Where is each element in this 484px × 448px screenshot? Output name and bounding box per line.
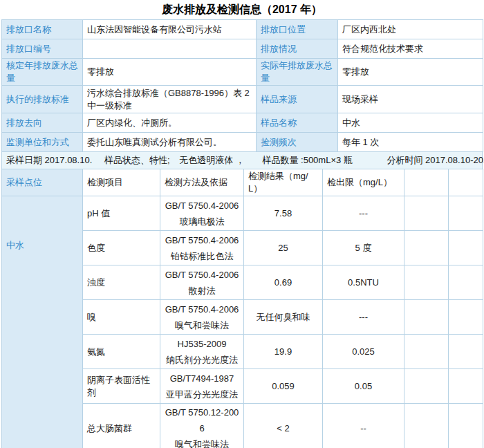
empty-cell — [404, 300, 449, 335]
table-row: 排放口名称 山东法因智能设备有限公司污水站 排放口位置 厂区内西北处 — [2, 20, 483, 39]
result-cell: 25 — [244, 231, 323, 265]
info-label: 排放口编号 — [2, 39, 83, 59]
empty-cell — [449, 196, 483, 231]
method-cell: GB/T 5750.4-2006 散射法 — [160, 265, 244, 300]
limit-cell: --- — [323, 300, 404, 335]
empty-header-cell — [449, 169, 483, 196]
table-row: 核定年排放废水总量 零排放 实际年排放废水总量 零排放 — [2, 59, 483, 86]
empty-cell — [404, 231, 449, 265]
method-cell: GB/T 5750.12-2006 嗅气和尝味法 — [160, 404, 244, 448]
page-title: 废水排放及检测信息（2017 年） — [0, 0, 484, 19]
item-cell: pH 值 — [83, 196, 160, 231]
method-cell: HJ535-2009 纳氏剂分光光度法 — [160, 335, 244, 369]
sampling-point-value: 中水 — [2, 196, 83, 448]
table-row: 排放口编号 排放情况 符合规范化技术要求 — [2, 39, 483, 59]
empty-cell — [404, 369, 449, 404]
info-label: 监测单位和方式 — [2, 133, 83, 152]
result-cell: < 2 — [244, 404, 323, 448]
method-name: 玻璃电极法 — [165, 214, 239, 230]
info-label: 样品来源 — [257, 86, 338, 113]
info-value: 符合规范化技术要求 — [338, 39, 483, 59]
column-header-limit: 检出限（mg/L） — [323, 169, 404, 196]
item-cell: 嗅 — [83, 300, 160, 335]
info-value: 零排放 — [83, 59, 257, 86]
empty-cell — [404, 404, 449, 448]
item-cell: 氨氮 — [83, 335, 160, 369]
empty-cell — [449, 265, 483, 300]
sample-date: 采样日期 2017.08.10. — [6, 153, 92, 168]
method-standard: GB/T 5750.4-2006 — [165, 301, 239, 317]
empty-cell — [449, 369, 483, 404]
sample-summary-band: 采样日期 2017.08.10. 样品状态、特性; 无色透明液体 ， 样品数量 … — [1, 152, 483, 169]
info-value: 污水综合排放标准（GB8878-1996）表 2 中一级标准 — [83, 86, 257, 113]
empty-cell — [404, 265, 449, 300]
method-name: 亚甲蓝分光光度法 — [165, 386, 239, 402]
method-name: 嗅气和尝味法 — [165, 436, 239, 448]
item-cell: 总大肠菌群 — [83, 404, 160, 448]
method-standard: GB/T 5750.4-2006 — [165, 232, 239, 248]
wastewater-report-page: 废水排放及检测信息（2017 年） 排放口名称 山东法因智能设备有限公司污水站 … — [0, 0, 484, 448]
item-cell: 色度 — [83, 231, 160, 265]
method-name: 散射法 — [165, 283, 239, 299]
empty-cell — [449, 404, 483, 448]
info-value: 山东法因智能设备有限公司污水站 — [83, 20, 257, 39]
table-row: 排放去向 厂区内绿化、冲厕所。 样品名称 中水 — [2, 113, 483, 133]
method-standard: GB/T 5750.4-2006 — [165, 198, 239, 214]
method-cell: GB/T 5750.4-2006 铂钴标准比色法 — [160, 231, 244, 265]
column-header-method: 检测方法及依据 — [160, 169, 244, 196]
table-row: 中水 pH 值 GB/T 5750.4-2006 玻璃电极法 7.58 --- — [2, 196, 483, 231]
table-row: 监测单位和方式 委托山东唯真测试分析有限公司。 捡测频次 每年 1 次 — [2, 133, 483, 152]
limit-cell: -- — [323, 404, 404, 448]
info-value: 厂区内西北处 — [338, 20, 483, 39]
method-standard: GB/T7494-1987 — [165, 371, 239, 386]
info-value: 每年 1 次 — [338, 133, 483, 152]
method-name: 嗅气和尝味法 — [165, 317, 239, 333]
info-label: 排放口名称 — [2, 20, 83, 39]
limit-cell: --- — [323, 196, 404, 231]
detection-header-row: 采样点位 检测项目 检测方法及依据 检测结果（mg/L） 检出限（mg/L） — [2, 169, 483, 196]
info-value: 委托山东唯真测试分析有限公司。 — [83, 133, 257, 152]
info-value: 厂区内绿化、冲厕所。 — [83, 113, 257, 133]
info-label: 排放情况 — [257, 39, 338, 59]
info-value: 现场采样 — [338, 86, 483, 113]
discharge-info-table: 排放口名称 山东法因智能设备有限公司污水站 排放口位置 厂区内西北处 排放口编号… — [1, 19, 483, 152]
column-header-result: 检测结果（mg/L） — [244, 169, 323, 196]
empty-cell — [404, 196, 449, 231]
column-header-sampling-point: 采样点位 — [2, 169, 83, 196]
empty-header-cell — [404, 169, 449, 196]
info-label: 实际年排放废水总量 — [257, 59, 338, 86]
result-cell: 7.58 — [244, 196, 323, 231]
info-label: 排放去向 — [2, 113, 83, 133]
info-label: 捡测频次 — [257, 133, 338, 152]
method-standard: GB/T 5750.4-2006 — [165, 267, 239, 283]
result-cell: 0.059 — [244, 369, 323, 404]
analysis-time: 分析时间 2017.08.10-2017.08.12 — [387, 153, 484, 168]
limit-cell: 5 度 — [323, 231, 404, 265]
empty-cell — [449, 231, 483, 265]
info-label: 样品名称 — [257, 113, 338, 133]
result-cell: 无任何臭和味 — [244, 300, 323, 335]
item-cell: 阴离子表面活性剂 — [83, 369, 160, 404]
info-value — [83, 39, 257, 59]
column-header-item: 检测项目 — [83, 169, 160, 196]
method-standard: GB/T 5750.12-2006 — [165, 404, 239, 436]
method-cell: GB/T7494-1987 亚甲蓝分光光度法 — [160, 369, 244, 404]
limit-cell: 0.05 — [323, 369, 404, 404]
limit-cell: 0.5NTU — [323, 265, 404, 300]
info-label: 排放口位置 — [257, 20, 338, 39]
result-cell: 0.69 — [244, 265, 323, 300]
empty-cell — [449, 300, 483, 335]
item-cell: 浊度 — [83, 265, 160, 300]
detection-table: 采样点位 检测项目 检测方法及依据 检测结果（mg/L） 检出限（mg/L） 中… — [1, 169, 483, 448]
empty-cell — [449, 335, 483, 369]
empty-cell — [404, 335, 449, 369]
info-value: 中水 — [338, 113, 483, 133]
method-cell: GB/T 5750.4-2006 玻璃电极法 — [160, 196, 244, 231]
info-label: 执行的排放标准 — [2, 86, 83, 113]
info-value: 零排放 — [338, 59, 483, 86]
limit-cell: 0.025 — [323, 335, 404, 369]
result-cell: 19.9 — [244, 335, 323, 369]
sample-state-value: 无色透明液体 ， — [179, 153, 245, 168]
method-name: 铂钴标准比色法 — [165, 248, 239, 264]
info-label: 核定年排放废水总量 — [2, 59, 83, 86]
